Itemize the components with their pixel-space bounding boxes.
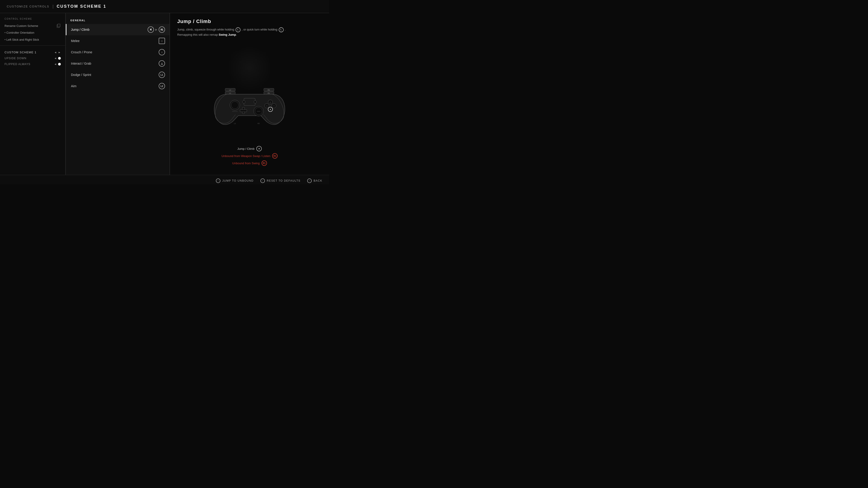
svg-text:R2: R2 [268,89,270,91]
ctrl-swing-label: Unbound from Swing [232,162,259,165]
svg-text:R1: R1 [268,92,270,94]
reset-to-defaults-button[interactable]: ○ RESET TO DEFAULTS [260,178,301,183]
copy-icon [57,24,61,28]
circle-button: ○ [159,49,165,55]
header-divider: | [53,4,54,9]
page-title: CUSTOM SCHEME 1 [57,4,106,9]
flipped-always-row[interactable]: FLIPPED ALWAYS ◄ [0,61,65,67]
action-aim-label: Aim [71,84,76,88]
action-crouch-prone-label: Crouch / Prone [71,51,92,54]
svg-text:JIMMIS: JIMMIS [257,111,261,112]
flipped-always-arrow[interactable]: ◄ [54,63,57,66]
ctrl-weapon-swap-label: Unbound from Weapon Swap / Listen [221,154,270,158]
breadcrumb: CUSTOMIZE CONTROLS [7,5,49,8]
ctrl-r1-badge-2: R1 [261,160,267,166]
bottom-bar: ○ JUMP TO UNBOUND ○ RESET TO DEFAULTS ○ … [0,175,329,184]
action-dodge-sprint-label: Dodge / Sprint [71,73,91,76]
svg-rect-7 [240,109,247,112]
svg-text:✕: ✕ [270,108,271,111]
rename-label: Rename Custom Scheme [4,24,38,28]
flipped-always-control: ◄ [54,63,61,66]
cross-button: ✕ [148,26,154,33]
right-panel: Jump / Climb Jump, climb, squeeze throug… [170,13,329,175]
left-panel: CONTROL SCHEME Rename Custom Scheme Cont… [0,13,66,175]
svg-point-3 [231,101,239,109]
square-button: □ [159,38,165,44]
svg-rect-24 [244,98,255,105]
svg-point-25 [254,101,256,103]
back-label: BACK [313,179,322,182]
action-dodge-buttons: L1 [159,72,165,78]
action-crouch-prone[interactable]: Crouch / Prone ○ [66,46,169,58]
action-interact-buttons: △ [159,60,165,67]
ctrl-info-swing: Unbound from Swing R1 [232,160,267,166]
scheme-arrows: ◄ ► [54,51,61,54]
r1-button: R1 [159,26,165,33]
svg-text:L3: L3 [234,123,236,124]
back-icon: ○ [307,178,312,183]
action-melee-label: Melee [71,39,80,43]
arrow-indicator: ▶ [155,28,157,31]
upside-down-arrow[interactable]: ◄ [54,57,57,60]
svg-text:L1: L1 [229,92,231,94]
scheme-next-arrow[interactable]: ► [58,51,61,54]
reset-to-defaults-icon: ○ [260,178,265,183]
action-melee-buttons: □ [159,38,165,44]
flipped-always-label: FLIPPED ALWAYS [4,63,30,66]
main-container: CONTROL SCHEME Rename Custom Scheme Cont… [0,13,329,175]
middle-panel: GENERAL Jump / Climb ✕ ▶ R1 Melee □ Crou… [66,13,170,175]
jump-to-unbound-icon: ○ [216,178,220,183]
left-divider [0,45,65,46]
upside-down-row[interactable]: UPSIDE DOWN ◄ [0,55,65,61]
svg-rect-1 [58,24,60,27]
triangle-button: △ [159,60,165,67]
svg-text:○: ○ [273,105,275,107]
swing-jump-label: Swing Jump [219,33,236,36]
scheme-prev-arrow[interactable]: ◄ [54,51,57,54]
action-jump-climb[interactable]: Jump / Climb ✕ ▶ R1 [66,24,169,35]
l1-button: L1 [159,72,165,78]
action-crouch-buttons: ○ [159,49,165,55]
upside-down-label: UPSIDE DOWN [4,57,26,60]
back-button[interactable]: ○ BACK [307,178,322,183]
left-right-stick[interactable]: Left Stick and Right Stick [0,36,65,43]
svg-text:△: △ [270,101,271,103]
action-interact-grab[interactable]: Interact / Grab △ [66,58,169,69]
l-button-inline2: ▲ L ▼ [279,27,284,32]
ctrl-info-weapon-swap: Unbound from Weapon Swap / Listen R1 [221,153,278,159]
general-section-label: GENERAL [66,17,169,24]
action-dodge-sprint[interactable]: Dodge / Sprint L1 [66,69,169,80]
svg-text:L2: L2 [229,89,231,91]
action-jump-climb-label: Jump / Climb [71,28,90,31]
action-jump-climb-buttons: ✕ ▶ R1 [148,26,165,33]
svg-text:SNORLAD: SNORLAD [232,111,238,112]
rename-custom-scheme[interactable]: Rename Custom Scheme [0,22,65,29]
ctrl-info-jump-climb: Jump / Climb ✕ [237,146,262,151]
reset-to-defaults-label: RESET TO DEFAULTS [267,179,301,182]
scheme-selector-row: CUSTOM SCHEME 1 ◄ ► [0,49,65,55]
upside-down-control: ◄ [54,57,61,60]
jump-to-unbound-button[interactable]: ○ JUMP TO UNBOUND [216,178,254,183]
flipped-always-dot [58,63,61,66]
action-aim[interactable]: Aim L2 [66,80,169,92]
right-action-title: Jump / Climb [177,19,322,24]
scheme-name: CUSTOM SCHEME 1 [4,51,36,54]
jump-to-unbound-label: JUMP TO UNBOUND [222,179,254,182]
svg-text:R3: R3 [258,123,260,124]
ctrl-jump-label: Jump / Climb [237,147,254,151]
svg-point-26 [243,101,245,103]
l-button-inline: ▲ L ▼ [236,27,241,32]
header: CUSTOMIZE CONTROLS | CUSTOM SCHEME 1 [0,0,329,13]
controller-svg: △ ○ ✕ □ L1 L2 R1 R2 [211,80,288,128]
l2-button: L2 [159,83,165,89]
controller-info: Jump / Climb ✕ Unbound from Weapon Swap … [170,146,329,166]
ctrl-r1-badge-1: R1 [272,153,278,159]
controller-orientation[interactable]: Controller Orientation [0,29,65,36]
control-scheme-label: CONTROL SCHEME [0,18,65,22]
action-interact-grab-label: Interact / Grab [71,62,91,65]
action-melee[interactable]: Melee □ [66,35,169,46]
ctrl-cross-badge: ✕ [256,146,262,151]
action-description: Jump, climb, squeeze through while holdi… [177,27,295,37]
upside-down-dot [58,57,61,60]
action-aim-buttons: L2 [159,83,165,89]
